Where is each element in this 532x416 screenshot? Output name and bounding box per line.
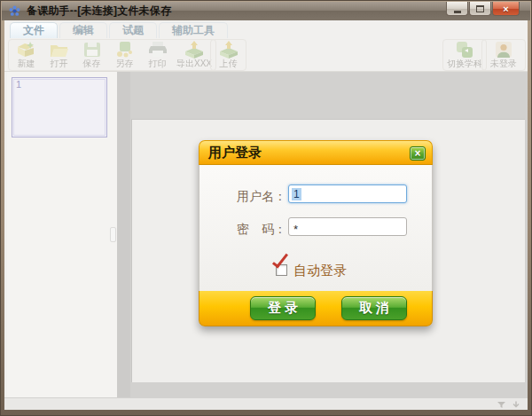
- screenshot-root: 备课助手--[未连接]文件未保存 × 文件 编辑 试题 辅助工具: [0, 0, 532, 416]
- toolbar-print-label: 打印: [149, 59, 167, 69]
- page-thumbnail-1[interactable]: 1: [12, 77, 107, 137]
- save-icon: [82, 40, 102, 59]
- login-dialog-title: 用户登录: [208, 145, 262, 161]
- tab-aux-tools[interactable]: 辅助工具: [159, 22, 228, 38]
- user-icon: [495, 40, 512, 59]
- maximize-button[interactable]: [469, 2, 491, 16]
- toolbar-switch-subject-group: 切换学科: [442, 39, 487, 71]
- funnel-icon[interactable]: [497, 396, 506, 412]
- toolbar-open-button[interactable]: 打开: [43, 40, 75, 70]
- tab-questions[interactable]: 试题: [109, 22, 157, 38]
- toolbar-new-label: 新建: [18, 59, 35, 69]
- toolbar-switch-subject-label: 切换学科: [447, 59, 482, 69]
- tab-file[interactable]: 文件: [10, 22, 58, 38]
- password-value: *: [293, 223, 298, 236]
- close-icon: ×: [503, 3, 508, 15]
- toolbar-not-logged-in-button[interactable]: 未登录: [483, 40, 524, 70]
- login-button[interactable]: 登 录: [250, 296, 316, 320]
- page-thumbnail-number: 1: [16, 79, 21, 90]
- status-bar: [4, 397, 528, 410]
- toolbar-upload-group: 上传: [210, 39, 246, 71]
- toolbar-login-status-group: 未登录: [481, 39, 526, 71]
- toolbar-print-button[interactable]: 打印: [141, 40, 174, 70]
- login-dialog-body: 用户名： 1 密 码： * 自动登录: [199, 165, 433, 291]
- sidebar-splitter[interactable]: [117, 72, 130, 399]
- toolbar-switch-subject-button[interactable]: 切换学科: [444, 40, 485, 70]
- save-as-icon: [114, 40, 136, 59]
- tab-edit[interactable]: 编辑: [59, 22, 107, 38]
- upload-icon: [218, 40, 239, 59]
- cancel-button[interactable]: 取 消: [341, 296, 407, 320]
- login-dialog-titlebar: 用户登录 ×: [199, 140, 433, 165]
- toolbar-save-label: 保存: [83, 59, 101, 69]
- open-icon: [49, 40, 70, 59]
- toolbar-open-label: 打开: [51, 59, 68, 69]
- toolbar-upload-label: 上传: [220, 59, 238, 69]
- toolbar-not-logged-in-label: 未登录: [490, 59, 517, 69]
- password-label: 密 码：: [231, 222, 286, 238]
- close-window-button[interactable]: ×: [492, 2, 520, 16]
- auto-login-label[interactable]: 自动登录: [293, 263, 347, 279]
- minimize-icon: [454, 11, 461, 13]
- page-thumbnail-border: [13, 79, 106, 136]
- window-title: 备课助手--[未连接]文件未保存: [27, 4, 171, 19]
- sidebar-collapse-handle[interactable]: [110, 227, 116, 242]
- window-controls: ×: [445, 2, 520, 16]
- page-thumbnail-sidebar: 1: [7, 72, 117, 399]
- toolbar-export-label: 导出XXX: [176, 59, 212, 69]
- new-file-icon: [16, 40, 37, 59]
- toolbar-export-button[interactable]: 导出XXX: [174, 40, 215, 70]
- down-arrow-icon[interactable]: [512, 396, 520, 412]
- username-input[interactable]: 1: [288, 184, 407, 203]
- password-input[interactable]: *: [288, 217, 407, 236]
- toolbar-new-button[interactable]: 新建: [10, 40, 43, 70]
- export-icon: [184, 40, 205, 59]
- username-value-selected: 1: [292, 188, 301, 200]
- switch-subject-icon: [455, 40, 474, 59]
- toolbar-save-as-button[interactable]: 另存: [108, 40, 141, 70]
- ribbon-tabs: 文件 编辑 试题 辅助工具: [10, 22, 230, 38]
- login-dialog: 用户登录 × 用户名： 1 密 码： * 自动登录 登 录 取 消: [199, 140, 433, 326]
- toolbar-upload-button[interactable]: 上传: [212, 40, 245, 70]
- login-dialog-close-button[interactable]: ×: [410, 146, 426, 161]
- maximize-icon: [476, 5, 484, 12]
- login-dialog-footer: 登 录 取 消: [199, 291, 433, 326]
- toolbar-file-group: 新建 打开 保存: [8, 39, 216, 71]
- print-icon: [147, 40, 168, 59]
- username-label: 用户名：: [231, 189, 286, 205]
- minimize-button[interactable]: [446, 2, 468, 16]
- toolbar-save-button[interactable]: 保存: [75, 40, 108, 70]
- toolbar: 新建 打开 保存: [4, 38, 528, 72]
- toolbar-save-as-label: 另存: [116, 59, 134, 69]
- app-icon: [8, 4, 21, 18]
- close-icon: ×: [414, 148, 420, 160]
